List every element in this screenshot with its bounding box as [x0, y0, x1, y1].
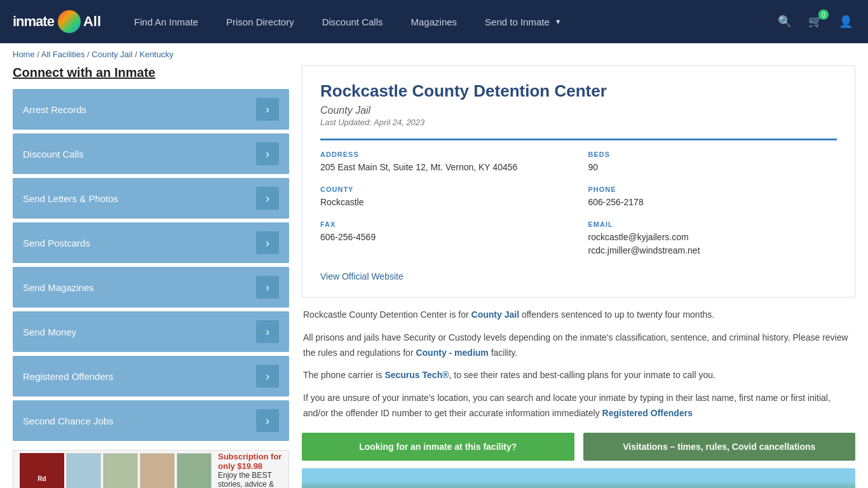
nav-prison-directory[interactable]: Prison Directory [212, 0, 308, 43]
ad-cover-sm-1 [66, 453, 101, 488]
ad-tagline: Enjoy the BEST stories, advice & jokes! [218, 471, 274, 489]
county-value: Rockcastle [320, 196, 569, 209]
arrow-icon-1: › [256, 142, 279, 165]
sidebar-item-send-money[interactable]: Send Money › [13, 311, 289, 352]
facility-updated: Last Updated: April 24, 2023 [320, 118, 837, 127]
nav-find-inmate[interactable]: Find An Inmate [120, 0, 212, 43]
info-beds: BEDS 90 [588, 151, 837, 174]
desc-4: If you are unsure of your inmate's locat… [302, 391, 855, 421]
sidebar-label-send-magazines: Send Magazines [23, 282, 94, 293]
info-fax: FAX 606-256-4569 [320, 220, 569, 257]
ad-content: Rd 1 Year Subscription for only $19.98 E… [13, 450, 288, 488]
info-county: COUNTY Rockcastle [320, 186, 569, 209]
search-button[interactable]: 🔍 [775, 12, 794, 31]
phone-label: PHONE [588, 186, 837, 193]
sidebar-item-send-magazines[interactable]: Send Magazines › [13, 267, 289, 308]
ad-cover-sm-2 [103, 453, 138, 488]
desc-1: Rockcastle County Detention Center is fo… [302, 308, 855, 323]
facility-card: Rockcastle County Detention Center Count… [302, 65, 855, 297]
desc-3: The phone carrier is Securus Tech®, to s… [302, 368, 855, 383]
ad-main-cover: Rd [20, 453, 64, 488]
securus-link[interactable]: Securus Tech® [384, 370, 449, 380]
chevron-down-icon: ▼ [555, 18, 562, 25]
facility-info-grid: ADDRESS 205 East Main St, Suite 12, Mt. … [320, 139, 837, 281]
arrow-icon-0: › [256, 98, 279, 121]
info-email: EMAIL rockcastle@kyjailers.com rcdc.jmil… [588, 220, 837, 257]
info-address: ADDRESS 205 East Main St, Suite 12, Mt. … [320, 151, 569, 174]
main-content: Rockcastle County Detention Center Count… [302, 65, 855, 488]
sidebar-label-send-money: Send Money [23, 327, 76, 337]
official-website-link[interactable]: View Official Website [320, 271, 403, 281]
main-nav: Find An Inmate Prison Directory Discount… [120, 0, 756, 43]
cart-badge: 0 [818, 10, 829, 20]
sidebar-label-send-letters: Send Letters & Photos [23, 193, 118, 204]
info-phone: PHONE 606-256-2178 [588, 186, 837, 209]
email-value-1: rockcastle@kyjailers.com [588, 231, 837, 244]
sidebar-menu: Arrest Records › Discount Calls › Send L… [13, 89, 289, 441]
email-value: rockcastle@kyjailers.com rcdc.jmiller@wi… [588, 231, 837, 257]
nav-discount-calls[interactable]: Discount Calls [308, 0, 397, 43]
sidebar-item-second-chance-jobs[interactable]: Second Chance Jobs › [13, 400, 289, 441]
breadcrumb: Home / All Facilities / County Jail / Ke… [0, 43, 868, 65]
logo[interactable]: inmate All [13, 10, 101, 33]
sidebar-item-send-postcards[interactable]: Send Postcards › [13, 222, 289, 263]
arrow-icon-2: › [256, 187, 279, 210]
main-layout: Connect with an Inmate Arrest Records › … [0, 65, 868, 488]
find-inmate-cta-button[interactable]: Looking for an inmate at this facility? [302, 433, 574, 461]
cta-buttons: Looking for an inmate at this facility? … [302, 433, 855, 461]
logo-all: All [83, 13, 101, 30]
site-header: inmate All Find An Inmate Prison Directo… [0, 0, 868, 43]
sidebar-label-second-chance-jobs: Second Chance Jobs [23, 416, 114, 426]
breadcrumb-county-jail[interactable]: County Jail [92, 50, 132, 59]
county-label: COUNTY [320, 186, 569, 193]
sidebar-ad: Rd 1 Year Subscription for only $19.98 E… [13, 450, 289, 488]
ad-cover-sm-3 [140, 453, 175, 488]
county-jail-link[interactable]: County Jail [471, 309, 519, 320]
logo-text: inmate [13, 13, 54, 30]
facility-type: County Jail [320, 105, 837, 116]
sidebar-item-send-letters[interactable]: Send Letters & Photos › [13, 178, 289, 219]
beds-value: 90 [588, 161, 837, 174]
desc-2: All prisons and jails have Security or C… [302, 330, 855, 361]
sidebar-label-discount-calls: Discount Calls [23, 149, 84, 159]
sidebar-item-arrest-records[interactable]: Arrest Records › [13, 89, 289, 130]
arrow-icon-3: › [256, 231, 279, 254]
beds-label: BEDS [588, 151, 837, 158]
sidebar: Connect with an Inmate Arrest Records › … [13, 65, 289, 488]
sidebar-item-registered-offenders[interactable]: Registered Offenders › [13, 356, 289, 396]
fax-label: FAX [320, 220, 569, 228]
logo-icon [58, 10, 81, 33]
email-label: EMAIL [588, 220, 837, 228]
sidebar-item-discount-calls[interactable]: Discount Calls › [13, 133, 289, 174]
ad-offer: 1 Year Subscription for only $19.98 [218, 450, 282, 471]
county-medium-link[interactable]: County - medium [416, 348, 488, 358]
arrow-icon-4: › [256, 276, 279, 299]
email-value-2: rcdc.jmiller@windstream.net [588, 244, 837, 257]
ad-cover-sm-4 [177, 453, 212, 488]
breadcrumb-all-facilities[interactable]: All Facilities [41, 50, 85, 59]
cart-button[interactable]: 🛒 0 [806, 12, 825, 31]
visitations-cta-button[interactable]: Visitations – times, rules, Covid cancel… [583, 433, 856, 461]
sidebar-label-send-postcards: Send Postcards [23, 238, 90, 248]
sidebar-label-arrest-records: Arrest Records [23, 104, 86, 115]
ad-text: 1 Year Subscription for only $19.98 Enjo… [218, 450, 282, 488]
ad-covers: Rd [20, 453, 212, 488]
breadcrumb-state[interactable]: Kentucky [139, 50, 173, 59]
user-button[interactable]: 👤 [836, 12, 855, 31]
arrow-icon-6: › [256, 365, 279, 388]
fax-value: 606-256-4569 [320, 231, 569, 244]
sidebar-title: Connect with an Inmate [13, 65, 289, 80]
arrow-icon-5: › [256, 320, 279, 343]
header-icons: 🔍 🛒 0 👤 [775, 12, 855, 31]
info-website: View Official Website [320, 271, 837, 281]
nav-send-to-inmate[interactable]: Send to Inmate ▼ [471, 0, 576, 43]
facility-name: Rockcastle County Detention Center [320, 81, 837, 101]
arrow-icon-7: › [256, 409, 279, 432]
facility-image-preview [302, 468, 855, 488]
registered-offenders-link[interactable]: Registered Offenders [602, 408, 693, 418]
breadcrumb-home[interactable]: Home [13, 50, 35, 59]
nav-magazines[interactable]: Magazines [397, 0, 471, 43]
phone-value: 606-256-2178 [588, 196, 837, 209]
address-value: 205 East Main St, Suite 12, Mt. Vernon, … [320, 161, 569, 174]
address-label: ADDRESS [320, 151, 569, 158]
